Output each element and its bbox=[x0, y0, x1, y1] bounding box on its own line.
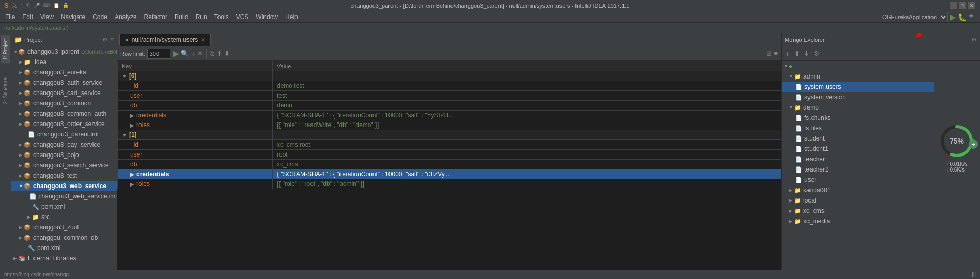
add-row-button[interactable]: + bbox=[191, 50, 195, 58]
table-row[interactable]: ▶roles [{ "role" : "root", "db" : "admin… bbox=[118, 179, 781, 189]
mongo-coll-fs-files[interactable]: 📄 fs.files bbox=[782, 123, 934, 133]
menu-run[interactable]: Run bbox=[193, 12, 210, 22]
data-table: Key Value ▼[0] _id bbox=[117, 61, 781, 189]
menu-file[interactable]: File bbox=[2, 12, 18, 22]
tree-item-parent-iml[interactable]: 📄 changgou3_parent.iml bbox=[11, 129, 117, 140]
menu-refactor[interactable]: Refactor bbox=[141, 12, 170, 22]
coverage-button[interactable]: ☂ bbox=[969, 13, 974, 20]
tree-item-src-web[interactable]: ▶ 📁 src bbox=[11, 212, 117, 222]
tree-item-idea[interactable]: ▶ 📁 .idea bbox=[11, 57, 117, 67]
tree-item-pojo[interactable]: ▶ 📦 changgou3_pojo bbox=[11, 150, 117, 160]
table-row[interactable]: _id xc_cms.root bbox=[118, 140, 781, 150]
view-tree-button[interactable]: ≡ bbox=[774, 50, 778, 57]
sidebar-header: 📁 Project ⚙ ≡ bbox=[11, 33, 117, 47]
speed-info: ↑ 0.01K/s ↓ 0.6K/s bbox=[946, 161, 968, 173]
db-tab-icon: ● bbox=[125, 37, 129, 43]
mongo-sort-asc-button[interactable]: ⬆ bbox=[793, 49, 801, 58]
table-row[interactable]: db demo bbox=[118, 101, 781, 111]
menu-navigate[interactable]: Navigate bbox=[58, 12, 88, 22]
delete-row-button[interactable]: ✕ bbox=[197, 50, 203, 57]
row-limit-input[interactable] bbox=[147, 49, 170, 59]
table-row[interactable]: db xc_cms bbox=[118, 160, 781, 169]
connect-plus-button[interactable]: + bbox=[969, 140, 978, 149]
active-tab[interactable]: ● null/admin/system.users ✕ bbox=[119, 34, 211, 46]
mongo-coll-student1[interactable]: 📄 student1 bbox=[782, 144, 934, 154]
table-row[interactable]: ▶credentials { "SCRAM-SHA-1" : { "iterat… bbox=[118, 111, 781, 120]
svg-text:75%: 75% bbox=[950, 137, 965, 145]
mongo-coll-fs-chunks[interactable]: 📄 fs.chunks bbox=[782, 113, 934, 123]
tab-close-icon[interactable]: ✕ bbox=[201, 37, 205, 43]
mongo-connection[interactable]: ▼ ● bbox=[782, 61, 934, 71]
run-query-button[interactable]: ▶ bbox=[173, 49, 179, 58]
tree-item-common-db[interactable]: ▶ 📦 changgou_common_db bbox=[11, 233, 117, 243]
menu-view[interactable]: View bbox=[37, 12, 57, 22]
table-container[interactable]: Key Value ▼[0] _id bbox=[117, 61, 781, 278]
mongo-db-xc-media[interactable]: ▶ 📁 xc_media bbox=[782, 216, 934, 226]
tree-item-eureka[interactable]: ▶ 📦 changgou3_eureka bbox=[11, 67, 117, 78]
menu-vcs[interactable]: VCS bbox=[233, 12, 252, 22]
tree-item-pay[interactable]: ▶ 📦 changgou3_pay_service bbox=[11, 140, 117, 150]
mongo-db-admin[interactable]: ▼ 📁 admin bbox=[782, 71, 934, 82]
menu-code[interactable]: Code bbox=[89, 12, 111, 22]
menu-build[interactable]: Build bbox=[172, 12, 192, 22]
mongo-db-local[interactable]: ▶ 📁 local bbox=[782, 195, 934, 206]
mongo-sort-desc-button[interactable]: ⬇ bbox=[803, 49, 811, 58]
find-button[interactable]: 🔍 bbox=[181, 50, 189, 57]
mongo-settings-icon[interactable]: ⚙ bbox=[971, 36, 977, 43]
mongo-options-button[interactable]: ⚙ bbox=[813, 49, 821, 58]
menu-help[interactable]: Help bbox=[282, 12, 301, 22]
title-bar: S 英 *, © 🎤 ⌨ 📋 🔒 changgou3_parent - [D:\… bbox=[0, 0, 980, 11]
tree-item-web-iml[interactable]: 📄 changgou3_web_service.iml bbox=[11, 191, 117, 202]
mongo-coll-system-version[interactable]: 📄 system.version bbox=[782, 92, 934, 102]
mongo-add-button[interactable]: + bbox=[785, 49, 791, 59]
table-row[interactable]: user root bbox=[118, 150, 781, 160]
sort-asc-button[interactable]: ⬆ bbox=[216, 50, 222, 57]
debug-button[interactable]: 🐛 bbox=[958, 13, 967, 21]
mongo-db-kanda001[interactable]: ▶ 📁 kanda001 bbox=[782, 185, 934, 195]
sidebar-expand-icon[interactable]: ≡ bbox=[110, 36, 114, 43]
menu-edit[interactable]: Edit bbox=[19, 12, 36, 22]
tree-item-pom-root[interactable]: 🔧 pom.xml bbox=[11, 243, 117, 253]
tree-item-cart[interactable]: ▶ 📦 changgou3_cart_service bbox=[11, 88, 117, 98]
tree-item-order[interactable]: ▶ 📦 changgou3_order_service bbox=[11, 119, 117, 129]
tree-item-ext-libs[interactable]: ▶ 📚 External Libraries bbox=[11, 253, 117, 264]
tree-item-search[interactable]: ▶ 📦 changgou3_search_service bbox=[11, 160, 117, 171]
table-row[interactable]: user test bbox=[118, 91, 781, 101]
tree-item-auth[interactable]: ▶ 📦 changgou3_auth_service bbox=[11, 78, 117, 88]
copy-button[interactable]: ⧉ bbox=[210, 50, 214, 58]
mongo-coll-teacher2[interactable]: 📄 teacher2 bbox=[782, 164, 934, 175]
mongo-coll-student[interactable]: 📄 student bbox=[782, 133, 934, 144]
view-table-button[interactable]: ⊞ bbox=[766, 50, 772, 57]
run-config-select[interactable]: CGEurekaApplication bbox=[878, 12, 948, 22]
run-button[interactable]: ▶ bbox=[950, 13, 956, 21]
sidebar-settings-icon[interactable]: ⚙ bbox=[102, 36, 108, 43]
tree-item-web[interactable]: ▼ 📦 changgou3_web_service bbox=[11, 181, 117, 191]
table-row-selected[interactable]: ▶credentials { "SCRAM-SHA-1" : { "iterat… bbox=[118, 169, 781, 179]
tab-label: null/admin/system.users bbox=[132, 36, 198, 43]
table-row[interactable]: ▼[0] bbox=[118, 71, 781, 81]
mongo-coll-system-users[interactable]: 📄 system.users bbox=[782, 82, 934, 92]
mongo-coll-teacher[interactable]: 📄 teacher bbox=[782, 154, 934, 164]
table-row[interactable]: ▼[1] bbox=[118, 130, 781, 140]
progress-area: 75% ↑ 0.01K/s ↓ 0.6K/s bbox=[934, 61, 980, 278]
tree-item-common-auth[interactable]: ▶ 📦 changgou3_common_auth bbox=[11, 109, 117, 119]
mongo-coll-user[interactable]: 📄 user bbox=[782, 175, 934, 185]
menu-tools[interactable]: Tools bbox=[211, 12, 232, 22]
sort-desc-button[interactable]: ⬇ bbox=[224, 50, 230, 57]
tree-item-zuul[interactable]: ▶ 📦 changgou3_zuul bbox=[11, 222, 117, 233]
close-button[interactable]: ✕ bbox=[968, 2, 976, 10]
mongo-db-demo[interactable]: ▼ 📁 demo bbox=[782, 102, 934, 113]
tree-item-root[interactable]: ▼ 📦 changgou3_parent D:\forthTermBehind\… bbox=[11, 47, 117, 57]
table-row[interactable]: ▶roles [{ "role" : "readWrite", "db" : "… bbox=[118, 120, 781, 130]
mongo-db-xc-cms[interactable]: ▶ 📁 xc_cms bbox=[782, 206, 934, 216]
tree-item-pom-web[interactable]: 🔧 pom.xml bbox=[11, 202, 117, 212]
tab-structure[interactable]: 2: Structure bbox=[1, 74, 10, 107]
menu-window[interactable]: Window bbox=[253, 12, 281, 22]
tab-project[interactable]: 1: Project bbox=[1, 35, 10, 63]
tree-item-common[interactable]: ▶ 📦 changgou3_common bbox=[11, 98, 117, 109]
minimize-button[interactable]: _ bbox=[949, 2, 957, 10]
menu-analyze[interactable]: Analyze bbox=[112, 12, 140, 22]
maximize-button[interactable]: □ bbox=[958, 2, 967, 10]
tree-item-test[interactable]: ▶ 📦 changgou3_test bbox=[11, 171, 117, 181]
table-row[interactable]: _id demo.test bbox=[118, 81, 781, 91]
